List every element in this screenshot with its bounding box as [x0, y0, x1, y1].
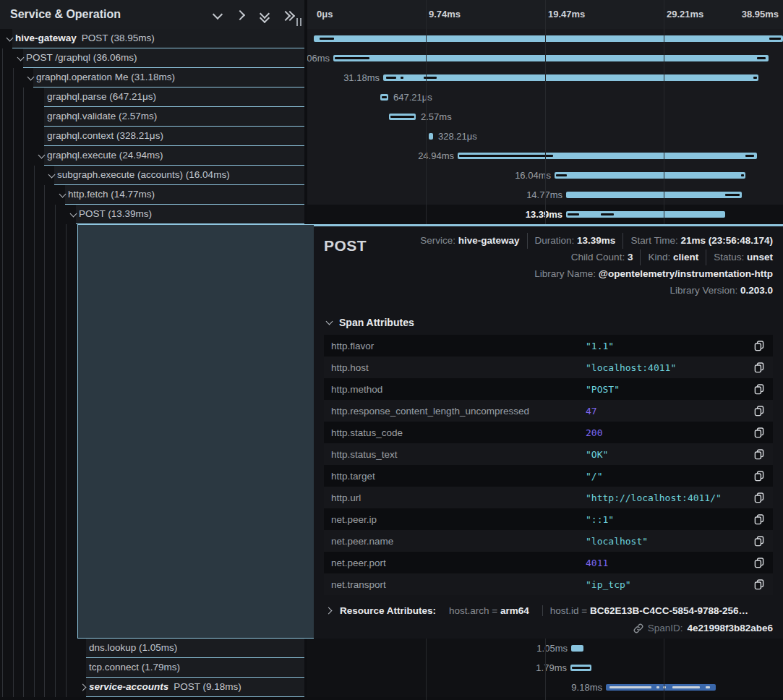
span-tree-row[interactable]: hive-gatewayPOST (38.95ms)	[0, 29, 304, 48]
bar-tick	[757, 57, 766, 59]
span-attributes-table: http.flavor"1.1"http.host"localhost:4011…	[324, 335, 773, 595]
attribute-value: "::1"	[586, 514, 753, 525]
detail-field-line: Child Count: 3Kind: clientStatus: unset	[367, 249, 773, 265]
collapse-one-button[interactable]	[210, 8, 223, 21]
span-duration-bar[interactable]	[571, 645, 583, 652]
span-duration-bar[interactable]	[333, 55, 769, 61]
span-duration-bar[interactable]	[429, 133, 433, 140]
span-duration-bar[interactable]	[380, 94, 388, 101]
copy-icon[interactable]	[753, 491, 766, 504]
indent-guide	[13, 68, 14, 697]
span-duration-bar[interactable]	[570, 665, 591, 671]
resource-attributes-row[interactable]: Resource Attributes: host.arch = arm64 h…	[325, 605, 773, 616]
detail-field: Service: hive-gateway	[413, 233, 526, 249]
span-duration-bar[interactable]	[566, 192, 742, 198]
bar-tick	[568, 213, 579, 215]
span-tree-row[interactable]: graphql.validate (2.57ms)	[0, 107, 304, 127]
attribute-row: http.status_code200	[324, 422, 773, 443]
duration-label: 328.21μs	[438, 131, 477, 142]
span-tree-row[interactable]: subgraph.execute (accounts) (16.04ms)	[0, 166, 304, 185]
column-resize-handle[interactable]	[295, 17, 303, 27]
attribute-row: net.peer.name"localhost"	[324, 530, 773, 552]
span-tree-row[interactable]: http.fetch (14.77ms)	[0, 185, 304, 205]
tree-row-toggle[interactable]	[69, 210, 78, 221]
timeline-tick-label: 38.95ms	[742, 9, 779, 20]
span-tree-row[interactable]: graphql.operation Me (31.18ms)	[0, 68, 304, 88]
detail-field: Kind: client	[640, 249, 706, 265]
span-attributes-header[interactable]: Span Attributes	[325, 317, 773, 328]
copy-icon[interactable]	[753, 534, 766, 547]
span-tree-row[interactable]: graphql.parse (647.21μs)	[0, 88, 304, 107]
span-duration-bar[interactable]	[458, 153, 757, 159]
attribute-value: "OK"	[586, 449, 753, 460]
expand-one-button[interactable]	[234, 8, 247, 21]
attribute-value: "1.1"	[586, 341, 753, 351]
detail-field: Child Count: 3	[564, 249, 641, 265]
detail-field-line: Service: hive-gatewayDuration: 13.39msSt…	[367, 233, 773, 249]
bar-tick	[320, 38, 334, 40]
span-name-label: POST /graphql (36.06ms)	[26, 52, 137, 63]
tree-row-toggle[interactable]	[38, 152, 46, 163]
attribute-value: 200	[586, 427, 753, 438]
attribute-row: net.transport"ip_tcp"	[324, 573, 773, 595]
tree-row-toggle[interactable]	[48, 171, 56, 182]
attribute-value: "ip_tcp"	[586, 579, 753, 590]
chevron-down-icon	[325, 318, 334, 327]
detail-field-label: Start Time:	[630, 235, 680, 246]
attribute-row: net.peer.ip"::1"	[324, 508, 773, 530]
span-name-label: dns.lookup (1.05ms)	[89, 642, 177, 653]
copy-icon[interactable]	[753, 426, 766, 439]
duration-label: 31.18ms	[343, 72, 380, 83]
detail-field: Library Version: 0.203.0	[662, 283, 773, 299]
expand-all-button[interactable]	[257, 8, 270, 21]
copy-icon[interactable]	[753, 448, 766, 461]
copy-icon[interactable]	[753, 404, 766, 417]
span-duration-bar[interactable]	[555, 172, 745, 179]
timeline-tick-label: 9.74ms	[429, 9, 461, 20]
copy-icon[interactable]	[753, 339, 766, 352]
timeline-tick-label: 19.47ms	[548, 9, 585, 20]
chevron-down-icon	[213, 10, 221, 19]
span-tree-row[interactable]: service-accountsPOST (9.18ms)	[0, 678, 304, 697]
tree-row-toggle[interactable]	[6, 35, 14, 46]
span-tree-row[interactable]: graphql.context (328.21μs)	[0, 127, 304, 146]
attribute-value: "/"	[586, 471, 753, 482]
tree-row-toggle[interactable]	[17, 54, 25, 65]
span-tree-row[interactable]: tcp.connect (1.79ms)	[0, 658, 304, 678]
bar-tick	[725, 194, 740, 196]
span-duration-bar[interactable]	[383, 74, 758, 81]
copy-icon[interactable]	[753, 513, 766, 526]
chevron-down-icon	[17, 54, 25, 63]
detail-field-label: Child Count:	[571, 252, 628, 262]
span-name-label: graphql.parse (647.21μs)	[47, 91, 156, 102]
span-tree-row[interactable]: dns.lookup (1.05ms)	[0, 639, 304, 658]
detail-field-value: unset	[747, 252, 773, 262]
bar-tick	[706, 686, 710, 688]
attribute-key: http.method	[331, 384, 586, 395]
span-tree-row[interactable]: POST /graphql (36.06ms)	[0, 48, 304, 68]
copy-icon[interactable]	[753, 361, 766, 374]
copy-icon[interactable]	[753, 383, 766, 396]
tree-row-toggle[interactable]	[59, 191, 67, 202]
bar-tick	[556, 174, 567, 176]
span-tree-row[interactable]: POST (13.39ms)	[0, 205, 304, 224]
attribute-key: http.url	[331, 492, 586, 503]
tree-row-toggle[interactable]	[27, 74, 35, 85]
collapse-all-button[interactable]	[280, 8, 293, 21]
copy-icon[interactable]	[753, 469, 766, 482]
copy-icon[interactable]	[753, 578, 766, 591]
link-icon[interactable]	[633, 623, 643, 633]
span-duration-bar[interactable]	[606, 684, 716, 691]
copy-icon[interactable]	[753, 556, 766, 569]
span-duration-bar[interactable]	[566, 211, 725, 218]
span-duration-bar[interactable]	[314, 35, 783, 42]
detail-field-value: 21ms (23:56:48.174)	[680, 235, 773, 246]
span-tree-row[interactable]: graphql.execute (24.94ms)	[0, 146, 304, 166]
duration-label: 13.39ms	[526, 209, 562, 220]
indent-guide	[55, 205, 56, 697]
tree-row-toggle[interactable]	[80, 683, 88, 694]
span-name-label: graphql.operation Me (31.18ms)	[36, 72, 175, 82]
service-name: service-accounts	[89, 681, 168, 692]
attribute-key: net.transport	[331, 579, 586, 590]
span-duration-bar[interactable]	[389, 114, 416, 120]
